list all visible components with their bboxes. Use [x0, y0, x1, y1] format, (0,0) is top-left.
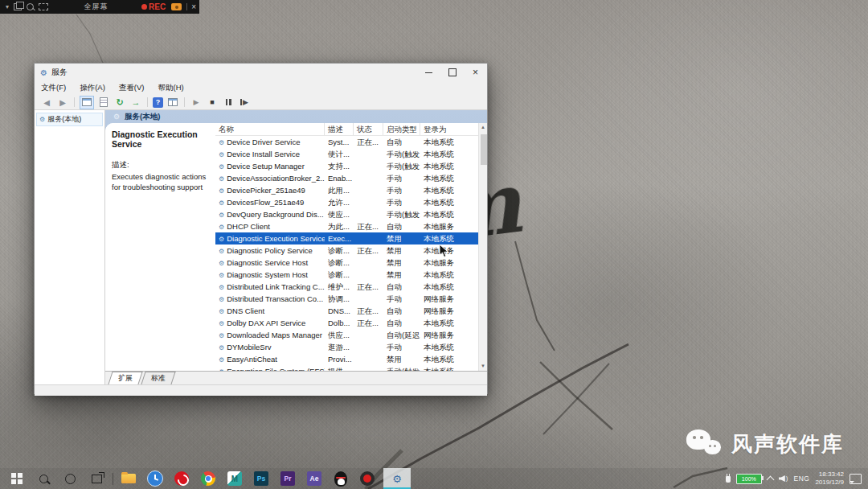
export-list-button[interactable]: → [129, 97, 142, 109]
close-button[interactable]: × [464, 64, 487, 81]
service-gear-icon: ⚙ [219, 151, 224, 158]
service-gear-icon: ⚙ [219, 212, 224, 219]
table-row[interactable]: ⚙DNS ClientDNS...正在...自动网络服务 [215, 305, 487, 317]
language-indicator[interactable]: ENG [793, 475, 809, 483]
menu-file[interactable]: 文件(F) [41, 83, 66, 93]
scroll-down-icon[interactable]: ▼ [481, 362, 485, 371]
maximize-button[interactable] [440, 64, 464, 81]
markdown-app-icon[interactable]: M [224, 468, 245, 489]
tray-clock[interactable]: 18:33:42 2019/12/9 [815, 471, 844, 487]
table-row[interactable]: ⚙DevicePicker_251ae49此用...手动本地系统 [215, 184, 487, 196]
start-button[interactable] [6, 468, 27, 489]
recorder-region-icon[interactable] [39, 3, 48, 10]
table-row[interactable]: ⚙DevicesFlow_251ae49允许...手动本地系统 [215, 196, 487, 208]
column-startup-type[interactable]: 启动类型 [383, 123, 420, 135]
photoshop-icon[interactable]: Ps [251, 468, 272, 489]
tree-item-services-local[interactable]: ⚙ 服务(本地) [36, 113, 103, 126]
battery-indicator[interactable]: 100% [736, 474, 762, 484]
table-row[interactable]: ⚙Dolby DAX API ServiceDolb...正在...自动本地系统 [215, 317, 487, 329]
service-gear-icon: ⚙ [219, 175, 224, 183]
help-button[interactable]: ? [153, 97, 163, 108]
table-row[interactable]: ⚙EasyAntiCheatProvi...禁用本地系统 [215, 353, 487, 365]
show-console-tree-button[interactable] [80, 96, 94, 109]
clock-app-icon[interactable] [145, 468, 166, 489]
table-row[interactable]: ⚙DeviceAssociationBroker_2...Enab...手动本地… [215, 172, 487, 184]
table-row[interactable]: ⚙DYMobileSrv逛游...手动本地系统 [215, 341, 487, 353]
taskbar: M Ps Pr Ae ⚙ 100% ) ENG 18:33:42 2019/12… [0, 468, 868, 489]
search-icon[interactable] [33, 468, 54, 489]
extended-view-button[interactable] [166, 97, 179, 109]
cortana-icon[interactable] [59, 468, 80, 489]
action-center-icon[interactable] [850, 474, 862, 484]
menu-action[interactable]: 操作(A) [80, 83, 105, 93]
recorder-window-icon[interactable] [14, 3, 22, 10]
recorder-dropdown-icon[interactable]: ▾ [6, 4, 9, 10]
services-taskbar-gear-icon: ⚙ [392, 473, 402, 485]
column-description[interactable]: 描述 [325, 123, 354, 135]
service-gear-icon: ⚙ [219, 163, 224, 171]
recorder-close-icon[interactable]: × [191, 2, 196, 11]
scroll-up-icon[interactable]: ▲ [481, 123, 485, 132]
vertical-scrollbar[interactable]: ▲ ▼ [478, 123, 487, 371]
recorder-separator [186, 3, 187, 10]
service-gear-icon: ⚙ [219, 272, 224, 279]
selected-service-name: Diagnostic Execution Service [112, 129, 211, 149]
recorder-zoom-icon[interactable] [27, 3, 34, 10]
taskbar-separator [113, 473, 113, 485]
table-row[interactable]: ⚙DHCP Client为此...正在...自动本地服务 [215, 220, 487, 232]
tab-extended[interactable]: 扩展 [108, 372, 142, 384]
screen-recorder-bar: ▾ 全屏幕 REC × [0, 0, 199, 14]
column-logon-as[interactable]: 登录为 [420, 123, 487, 135]
table-row[interactable]: ⚙Device Install Service使计...手动(触发...本地系统 [215, 148, 487, 160]
chrome-icon[interactable] [198, 468, 219, 489]
table-row[interactable]: ⚙Diagnostic Execution ServiceExec...禁用本地… [215, 232, 487, 244]
stop-service-button[interactable]: ■ [206, 97, 219, 109]
table-row[interactable]: ⚙Encryption File System (EFS)提供...手动(触发.… [215, 365, 487, 371]
window-titlebar[interactable]: ⚙ 服务 × [35, 64, 487, 81]
service-gear-icon: ⚙ [219, 236, 224, 243]
menu-view[interactable]: 查看(V) [119, 83, 145, 93]
file-explorer-icon[interactable] [118, 468, 139, 489]
service-gear-icon: ⚙ [219, 248, 224, 255]
camera-icon[interactable] [171, 3, 182, 10]
hidden-icons-chevron[interactable] [766, 476, 774, 484]
back-button[interactable]: ◀ [40, 97, 53, 109]
menu-help[interactable]: 帮助(H) [158, 83, 183, 93]
service-gear-icon: ⚙ [219, 260, 224, 267]
netease-music-icon[interactable] [171, 468, 192, 489]
properties-button[interactable] [97, 97, 110, 109]
table-row[interactable]: ⚙Diagnostic System Host诊断...禁用本地系统 [215, 269, 487, 281]
services-window: ⚙ 服务 × 文件(F) 操作(A) 查看(V) 帮助(H) ◀ ▶ ↻ → ?… [34, 63, 488, 394]
menu-bar: 文件(F) 操作(A) 查看(V) 帮助(H) [35, 81, 487, 95]
premiere-icon[interactable]: Pr [277, 468, 298, 489]
minimize-button[interactable] [417, 64, 440, 81]
refresh-button[interactable]: ↻ [113, 97, 126, 109]
forward-button[interactable]: ▶ [56, 97, 69, 109]
start-service-button[interactable]: ▶ [190, 97, 203, 109]
recorder-app-icon[interactable] [357, 468, 378, 489]
table-row[interactable]: ⚙Downloaded Maps Manager供应...自动(延迟...网络服… [215, 329, 487, 341]
services-taskbar-button[interactable]: ⚙ [383, 468, 411, 489]
table-row[interactable]: ⚙Distributed Link Tracking C...维护...正在..… [215, 281, 487, 293]
table-row[interactable]: ⚙DevQuery Background Dis...使应...手动(触发...… [215, 208, 487, 220]
service-gear-icon: ⚙ [219, 368, 224, 371]
table-row[interactable]: ⚙Distributed Transaction Co...协调...手动网络服… [215, 293, 487, 305]
wechat-icon [686, 427, 723, 461]
service-gear-icon: ⚙ [219, 187, 224, 195]
column-name[interactable]: 名称 [215, 123, 325, 135]
table-row[interactable]: ⚙Device Driver ServiceSyst...正在...自动本地系统 [215, 136, 487, 148]
volume-icon[interactable]: ) [779, 475, 788, 482]
column-status[interactable]: 状态 [354, 123, 383, 135]
restart-service-button[interactable]: ▶ [238, 97, 251, 109]
tab-standard[interactable]: 标准 [141, 372, 175, 384]
scrollbar-thumb[interactable] [481, 134, 487, 165]
pause-service-button[interactable] [222, 97, 235, 109]
qq-icon[interactable] [330, 468, 351, 489]
task-view-icon[interactable] [86, 468, 107, 489]
toolbar-separator [184, 97, 185, 107]
service-gear-icon: ⚙ [219, 284, 224, 291]
table-row[interactable]: ⚙Device Setup Manager支持...手动(触发...本地系统 [215, 160, 487, 172]
banner-gear-icon: ⚙ [113, 113, 120, 121]
after-effects-icon[interactable]: Ae [304, 468, 325, 489]
channel-watermark: 风声软件库 [686, 427, 844, 461]
